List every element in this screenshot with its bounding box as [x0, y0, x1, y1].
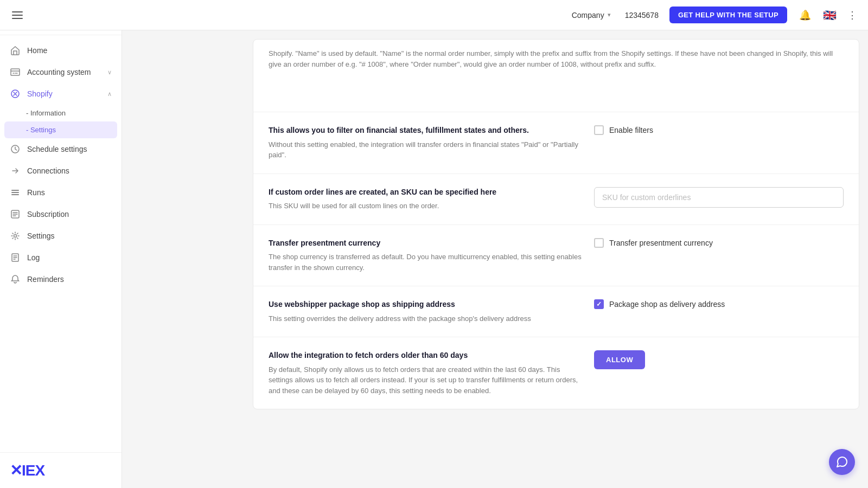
- row-description: By default, Shopify only allows us to fe…: [269, 364, 583, 396]
- sidebar-item-label: Runs: [27, 188, 112, 197]
- sidebar-item-shopify[interactable]: Shopify ∧: [0, 83, 122, 105]
- chevron-up-icon: ∧: [107, 91, 112, 98]
- sidebar-item-label: Reminders: [27, 275, 112, 284]
- row-control: Enable filters: [594, 125, 844, 135]
- information-label: - Information: [26, 109, 66, 117]
- settings-row-webshipper: Use webshipper package shop as shipping …: [253, 286, 859, 337]
- row-control: Transfer presentment currency: [594, 238, 844, 248]
- webshipper-checkbox[interactable]: [594, 299, 604, 309]
- transfer-currency-label: Transfer presentment currency: [609, 239, 713, 247]
- chevron-down-icon: ▾: [608, 11, 611, 18]
- sidebar-item-label: Schedule settings: [27, 145, 112, 153]
- log-icon: [10, 252, 21, 263]
- row-title: Transfer presentment currency: [269, 238, 583, 249]
- transfer-currency-checkbox[interactable]: [594, 238, 604, 248]
- chevron-down-icon: ∨: [107, 69, 112, 76]
- sidebar-item-connections[interactable]: Connections: [0, 160, 122, 182]
- logo-text: ✕IEX: [10, 461, 112, 479]
- sku-input[interactable]: [594, 187, 844, 208]
- sidebar-logo: ✕IEX: [0, 452, 122, 488]
- settings-card: Shopify. "Name" is used by default. "Nam…: [253, 39, 859, 409]
- sidebar-item-settings[interactable]: - Settings: [4, 121, 117, 138]
- settings-row-allow-older: Allow the integration to fetch orders ol…: [253, 337, 859, 409]
- sidebar-item-label: Subscription: [27, 210, 112, 219]
- svg-rect-8: [11, 194, 19, 195]
- more-options-icon[interactable]: ⋮: [847, 9, 857, 21]
- svg-rect-6: [11, 190, 19, 191]
- row-description: The shop currency is transferred as defa…: [269, 252, 583, 273]
- bell-icon[interactable]: 🔔: [799, 9, 811, 21]
- company-selector[interactable]: Company ▾: [566, 8, 616, 23]
- enable-filters-checkbox[interactable]: [594, 125, 604, 135]
- settings-row-currency: Transfer presentment currency The shop c…: [253, 225, 859, 287]
- settings-label: - Settings: [26, 126, 56, 134]
- sidebar-item-log[interactable]: Log: [0, 247, 122, 268]
- hamburger-menu[interactable]: [11, 9, 24, 22]
- row-title: Allow the integration to fetch orders ol…: [269, 350, 583, 361]
- row-control: Package shop as delivery address: [594, 299, 844, 309]
- svg-rect-2: [12, 18, 23, 19]
- svg-rect-1: [12, 15, 23, 16]
- settings-row-filters: This allows you to filter on financial s…: [253, 112, 859, 174]
- sidebar-item-label: Home: [27, 46, 112, 55]
- sidebar-item-accounting[interactable]: Accounting system ∨: [0, 61, 122, 83]
- subscription-icon: [10, 209, 21, 220]
- reminders-icon: [10, 274, 21, 285]
- row-control: [594, 187, 844, 208]
- row-control: ALLOW: [594, 350, 844, 369]
- row-title: If custom order lines are created, an SK…: [269, 187, 583, 198]
- topbar: Company ▾ 12345678 GET HELP WITH THE SET…: [0, 0, 868, 30]
- connections-icon: [10, 165, 21, 176]
- row-text: Allow the integration to fetch orders ol…: [269, 350, 583, 396]
- schedule-icon: [10, 144, 21, 155]
- main-content: Shopify. "Name" is used by default. "Nam…: [244, 30, 868, 488]
- sidebar-item-settings-main[interactable]: Settings: [0, 225, 122, 247]
- runs-icon: [10, 187, 21, 198]
- row-description: This setting overrides the delivery addr…: [269, 313, 583, 324]
- sidebar: F Firstname Lastname Account Home Accoun…: [0, 0, 122, 488]
- allow-button[interactable]: ALLOW: [594, 350, 645, 369]
- flag-icon[interactable]: 🇬🇧: [823, 9, 837, 22]
- settings-main-icon: [10, 230, 21, 241]
- shopify-icon: [10, 88, 21, 99]
- svg-rect-3: [11, 69, 20, 75]
- row-description: This SKU will be used for all custom lin…: [269, 201, 583, 211]
- company-name: Company: [572, 11, 604, 20]
- sidebar-item-label: Settings: [27, 232, 112, 240]
- logo-x: ✕: [10, 462, 22, 479]
- sidebar-item-subscription[interactable]: Subscription: [0, 203, 122, 225]
- sidebar-item-label: Connections: [27, 166, 112, 175]
- webshipper-checkbox-wrapper[interactable]: Package shop as delivery address: [594, 299, 725, 309]
- sidebar-item-schedule[interactable]: Schedule settings: [0, 138, 122, 160]
- row-text: Transfer presentment currency The shop c…: [269, 238, 583, 273]
- partial-control: [269, 69, 844, 101]
- home-icon: [10, 45, 21, 56]
- sidebar-item-runs[interactable]: Runs: [0, 182, 122, 203]
- svg-rect-7: [11, 192, 19, 193]
- svg-rect-0: [12, 11, 23, 12]
- svg-point-10: [14, 235, 17, 237]
- webshipper-label: Package shop as delivery address: [609, 300, 725, 309]
- help-setup-button[interactable]: GET HELP WITH THE SETUP: [669, 7, 787, 23]
- row-text: If custom order lines are created, an SK…: [269, 187, 583, 211]
- sidebar-item-label: Shopify: [27, 89, 101, 98]
- enable-filters-checkbox-wrapper[interactable]: Enable filters: [594, 125, 653, 135]
- chat-bubble[interactable]: [829, 449, 855, 475]
- settings-row-sku: If custom order lines are created, an SK…: [253, 174, 859, 225]
- enable-filters-label: Enable filters: [609, 126, 653, 134]
- partial-description: Shopify. "Name" is used by default. "Nam…: [269, 40, 844, 69]
- sidebar-navigation: Home Accounting system ∨ Shopify ∧ - Inf…: [0, 35, 122, 452]
- sidebar-item-home[interactable]: Home: [0, 40, 122, 61]
- sidebar-item-label: Accounting system: [27, 68, 101, 76]
- row-text: This allows you to filter on financial s…: [269, 125, 583, 160]
- sidebar-item-label: Log: [27, 253, 112, 262]
- row-title: This allows you to filter on financial s…: [269, 125, 583, 136]
- row-text: Use webshipper package shop as shipping …: [269, 299, 583, 324]
- row-description: Without this setting enabled, the integr…: [269, 139, 583, 160]
- order-number: 12345678: [625, 11, 659, 20]
- row-title: Use webshipper package shop as shipping …: [269, 299, 583, 310]
- sidebar-item-information[interactable]: - Information: [0, 105, 122, 121]
- transfer-currency-checkbox-wrapper[interactable]: Transfer presentment currency: [594, 238, 713, 248]
- accounting-icon: [10, 67, 21, 78]
- sidebar-item-reminders[interactable]: Reminders: [0, 268, 122, 290]
